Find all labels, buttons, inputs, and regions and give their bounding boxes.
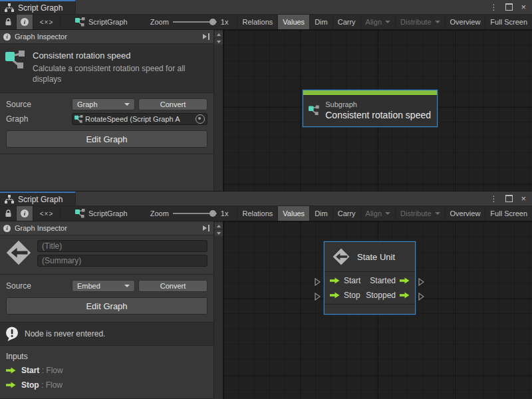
- code-view-button[interactable]: <×>: [33, 15, 61, 29]
- overview-button[interactable]: Overview: [446, 15, 486, 29]
- object-picker-icon[interactable]: [196, 114, 205, 124]
- values-toggle[interactable]: Values: [278, 15, 310, 29]
- toolbar-toggle-group: Relations Values Dim Carry Align Distrib…: [237, 15, 532, 29]
- flow-arrow-icon[interactable]: [400, 277, 410, 284]
- values-toggle[interactable]: Values: [278, 206, 310, 221]
- chevron-down-icon: [124, 285, 130, 287]
- overview-button[interactable]: Overview: [446, 206, 486, 221]
- scroll-down-button[interactable]: [215, 39, 223, 45]
- zoom-slider[interactable]: [173, 213, 217, 214]
- chevron-down-icon: [435, 212, 440, 215]
- zoom-slider[interactable]: [173, 21, 217, 23]
- state-unit-icon: [6, 240, 31, 265]
- lock-button[interactable]: [0, 206, 17, 221]
- scroll-up-button[interactable]: [215, 223, 223, 229]
- flow-arrow-icon: [6, 382, 16, 388]
- lock-button[interactable]: [0, 15, 17, 29]
- relations-toggle[interactable]: Relations: [237, 206, 278, 221]
- convert-button[interactable]: Convert: [138, 280, 207, 292]
- toolbar-toggle-group: Relations Values Dim Carry Align Distrib…: [237, 206, 532, 221]
- maximize-icon[interactable]: [505, 3, 513, 11]
- align-dropdown[interactable]: Align: [361, 206, 396, 221]
- external-port-triangle-icon[interactable]: [315, 293, 321, 301]
- script-graph-window-top: Script Graph ⋮ × i <×> ScriptGraph Zoom …: [0, 0, 532, 191]
- title-input[interactable]: [37, 240, 207, 252]
- warning-bubble-icon: [5, 327, 19, 342]
- graph-canvas[interactable]: Subgraph Consistent rotation speed: [223, 30, 532, 191]
- graph-hierarchy-icon: [5, 195, 14, 203]
- source-dropdown[interactable]: Embed: [72, 280, 135, 292]
- distribute-dropdown[interactable]: Distribute: [396, 15, 445, 29]
- inspector-toggle-button[interactable]: i: [17, 206, 33, 221]
- graph-reference[interactable]: ScriptGraph: [70, 15, 133, 29]
- inspector-scrollbar[interactable]: [213, 221, 223, 399]
- edit-graph-button[interactable]: Edit Graph: [6, 130, 207, 148]
- subgraph-node[interactable]: Subgraph Consistent rotation speed: [303, 90, 438, 127]
- node-footer: [325, 305, 415, 314]
- input-port-row: Start : Flow: [0, 363, 213, 378]
- external-port-triangle-icon[interactable]: [418, 278, 424, 286]
- source-label: Source: [6, 281, 68, 291]
- dim-toggle[interactable]: Dim: [310, 15, 333, 29]
- tab-title: Script Graph: [18, 195, 63, 204]
- inspector-header: i Graph Inspector: [0, 221, 213, 235]
- scroll-up-button[interactable]: [215, 31, 223, 37]
- zoom-slider-handle[interactable]: [209, 19, 216, 25]
- inspector-title: Graph Inspector: [15, 224, 67, 232]
- full-screen-button[interactable]: Full Screen: [485, 15, 532, 29]
- zoom-slider-handle[interactable]: [209, 210, 216, 217]
- triangle-up-icon: [217, 33, 221, 36]
- script-graph-icon: [74, 115, 83, 123]
- close-icon[interactable]: ×: [521, 194, 526, 203]
- input-port-row: Stop : Flow: [0, 378, 213, 392]
- align-dropdown[interactable]: Align: [361, 15, 396, 29]
- chevron-down-icon: [435, 21, 440, 23]
- relations-toggle[interactable]: Relations: [237, 15, 278, 29]
- flow-arrow-icon[interactable]: [330, 277, 340, 284]
- tab-script-graph[interactable]: Script Graph: [0, 0, 76, 14]
- dock-icon[interactable]: [203, 224, 210, 232]
- graph-reference[interactable]: ScriptGraph: [70, 206, 133, 221]
- inspector-toggle-button[interactable]: i: [17, 15, 33, 29]
- inspector-scrollbar[interactable]: [213, 30, 223, 191]
- code-view-button[interactable]: <×>: [33, 206, 61, 221]
- distribute-dropdown[interactable]: Distribute: [396, 206, 445, 221]
- inputs-header: Inputs: [0, 346, 213, 363]
- dock-icon[interactable]: [203, 33, 210, 41]
- graph-canvas[interactable]: State Unit Start Started Stop: [223, 221, 532, 399]
- zoom-label: Zoom: [150, 206, 169, 221]
- inspector-header: i Graph Inspector: [0, 30, 213, 44]
- maximize-icon[interactable]: [505, 195, 513, 202]
- graph-icon: [5, 51, 25, 69]
- graph-description: Calculate a consistent rotation speed fo…: [33, 63, 200, 84]
- convert-button[interactable]: Convert: [138, 98, 207, 110]
- carry-toggle[interactable]: Carry: [333, 206, 361, 221]
- menu-icon[interactable]: ⋮: [489, 195, 497, 203]
- flow-arrow-icon[interactable]: [400, 292, 410, 299]
- state-unit-node[interactable]: State Unit Start Started Stop: [324, 241, 416, 315]
- info-icon: i: [3, 33, 11, 41]
- carry-toggle[interactable]: Carry: [333, 15, 361, 29]
- flow-arrow-icon[interactable]: [330, 292, 340, 299]
- tab-script-graph[interactable]: Script Graph: [0, 192, 76, 205]
- full-screen-button[interactable]: Full Screen: [485, 206, 532, 221]
- external-port-triangle-icon[interactable]: [418, 293, 424, 301]
- node-header-bar: [303, 90, 437, 96]
- external-port-triangle-icon[interactable]: [315, 278, 321, 286]
- zoom-value: 1x: [221, 15, 229, 29]
- tab-bar: Script Graph ⋮ ×: [0, 192, 532, 206]
- code-icon: <×>: [40, 19, 54, 26]
- triangle-down-icon: [217, 232, 221, 235]
- port-row: Start Started: [325, 273, 415, 288]
- graph-object-field[interactable]: RotateSpeed (Script Graph A: [72, 113, 207, 125]
- source-dropdown[interactable]: Graph: [72, 98, 135, 110]
- script-graph-icon: [75, 209, 85, 218]
- dim-toggle[interactable]: Dim: [310, 206, 333, 221]
- summary-input[interactable]: [37, 255, 207, 267]
- close-icon[interactable]: ×: [521, 3, 526, 11]
- scroll-down-button[interactable]: [215, 230, 223, 236]
- menu-icon[interactable]: ⋮: [489, 3, 497, 11]
- graph-icon: [309, 102, 319, 118]
- edit-graph-button[interactable]: Edit Graph: [6, 297, 207, 315]
- graph-title: Consistent rotation speed: [33, 51, 200, 61]
